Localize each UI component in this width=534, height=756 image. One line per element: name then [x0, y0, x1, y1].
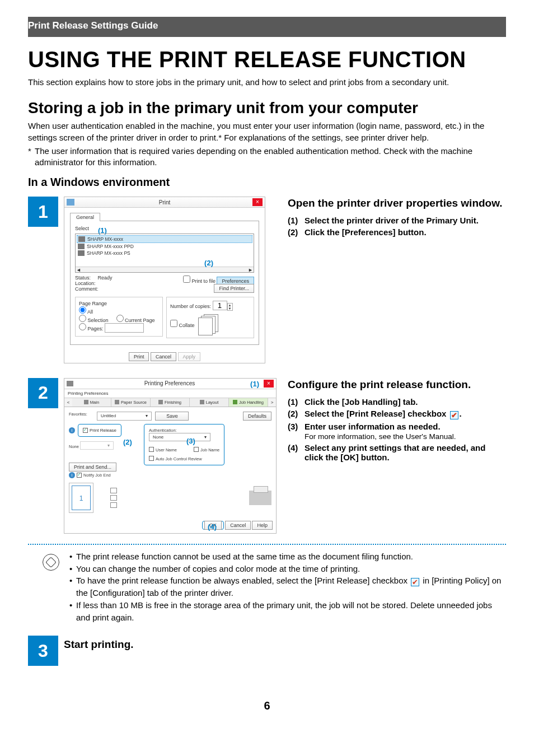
- tab-finishing[interactable]: Finishing: [151, 398, 190, 407]
- preferences-dialog: Printing Preferences × Printing Preferen…: [64, 378, 277, 534]
- tab-main[interactable]: Main: [72, 398, 111, 407]
- home-icon: [84, 400, 88, 404]
- print-dialog: Print × General Select (1) SHARP MX-xxxx…: [64, 197, 265, 363]
- notify-checkbox[interactable]: [77, 473, 82, 478]
- page-number: 6: [28, 699, 506, 712]
- find-printer-button[interactable]: Find Printer...: [214, 284, 254, 293]
- printer-item[interactable]: SHARP MX-xxxx PS: [77, 250, 252, 256]
- job-handling-icon: [233, 400, 237, 404]
- step-2-badge: 2: [28, 378, 58, 408]
- step-1-badge: 1: [28, 197, 58, 227]
- pencil-icon: [45, 557, 57, 568]
- printer-list[interactable]: SHARP MX-xxxx SHARP MX-xxxx PPD SHARP MX…: [75, 234, 254, 273]
- printer-icon: [78, 244, 85, 249]
- copies-group: Number of copies: ▲▼ Collate: [166, 297, 254, 338]
- chevron-down-icon: ▾: [204, 435, 207, 440]
- pref-block: Print to file Preferences Find Printer..…: [183, 276, 254, 291]
- step-2-item-2: (2) Select the [Print Release] checkbox …: [288, 409, 506, 419]
- page-preview: 1: [69, 483, 93, 513]
- step-2-item-1: (1) Click the [Job Handling] tab.: [288, 397, 506, 407]
- close-icon[interactable]: ×: [264, 380, 274, 388]
- tab-paper-source[interactable]: Paper Source: [111, 398, 151, 407]
- print-button[interactable]: Print: [129, 352, 149, 361]
- left-col: i Print Release None ▾ Print and Send...: [69, 424, 121, 478]
- pref-top-label: Printing Preferences: [64, 389, 276, 398]
- right-col: Authentication: None▾ User Name Job Name…: [144, 424, 224, 465]
- printer-item-selected[interactable]: SHARP MX-xxxx: [77, 235, 252, 243]
- step-1-row: 1 Print × General Select (1): [28, 197, 506, 363]
- mini-icon[interactable]: [110, 502, 117, 508]
- callout-1: (1): [250, 380, 259, 388]
- subsection-h3: In a Windows environment: [28, 176, 506, 189]
- collate-checkbox[interactable]: [170, 320, 177, 327]
- step-3-row: 3 Start printing.: [28, 636, 506, 666]
- print-release-group: Print Release: [78, 424, 121, 437]
- printer-graphic: [249, 491, 271, 505]
- info-icon: i: [69, 472, 75, 478]
- printer-icon: [67, 199, 74, 206]
- none-row: None ▾: [69, 441, 121, 450]
- chevron-down-icon: ▾: [107, 443, 110, 448]
- print-dialog-body: General Select (1) SHARP MX-xxxx SHARP M…: [64, 208, 265, 351]
- help-button[interactable]: Help: [252, 521, 273, 530]
- step-2-title: Configure the print release function.: [288, 378, 506, 391]
- mini-icon[interactable]: [110, 495, 117, 501]
- print-release-checkbox[interactable]: [83, 428, 88, 433]
- print-and-send-row: Print and Send...: [69, 464, 121, 470]
- tab-layout[interactable]: Layout: [190, 398, 229, 407]
- apply-button[interactable]: Apply: [178, 352, 201, 361]
- print-to-file-checkbox[interactable]: [183, 276, 190, 283]
- cancel-button[interactable]: Cancel: [151, 352, 176, 361]
- layout-icon: [200, 400, 204, 404]
- header-bar: Print Release Settings Guide: [28, 17, 506, 37]
- auto-review-checkbox[interactable]: [149, 456, 154, 461]
- tab-nav-right[interactable]: >: [268, 398, 276, 407]
- h-scrollbar[interactable]: ◄►: [76, 267, 254, 272]
- auth-group: Authentication: None▾ User Name Job Name…: [144, 424, 224, 465]
- printer-item[interactable]: SHARP MX-xxxx PPD: [77, 243, 252, 250]
- save-button[interactable]: Save: [155, 412, 189, 421]
- pref-body: Favorites: Untitled▾ Save Defaults i Pri…: [64, 407, 276, 517]
- info-icon: i: [69, 427, 75, 433]
- intro-text: This section explains how to store jobs …: [28, 77, 506, 88]
- printer-icon: [78, 250, 85, 256]
- current-page-radio[interactable]: [116, 315, 124, 322]
- copies-spinner[interactable]: ▲▼: [227, 303, 233, 311]
- pref-mid-row: i Print Release None ▾ Print and Send...: [69, 424, 271, 478]
- print-dialog-titlebar: Print ×: [64, 197, 265, 208]
- mini-icons: [110, 488, 117, 508]
- status-pref-row: Status: Ready Location: Comment: Print t…: [75, 275, 254, 292]
- defaults-button[interactable]: Defaults: [243, 412, 271, 421]
- checkbox-icon: ✔: [411, 578, 419, 586]
- job-name-checkbox[interactable]: [194, 447, 199, 452]
- none-select[interactable]: ▾: [80, 441, 114, 450]
- page-range-group: Page Range All Selection Current Page Pa…: [75, 297, 163, 337]
- notify-row: iNotify Job End: [69, 472, 121, 478]
- pages-radio[interactable]: [79, 323, 86, 330]
- tab-general[interactable]: General: [70, 213, 100, 221]
- tab-nav-left[interactable]: <: [64, 398, 72, 407]
- all-radio[interactable]: [79, 306, 86, 314]
- select-printer-label: Select (1): [75, 226, 254, 231]
- print-and-send-button[interactable]: Print and Send...: [69, 463, 116, 472]
- notes-text: •The print release function cannot be us…: [69, 550, 506, 624]
- user-name-checkbox[interactable]: [149, 447, 154, 452]
- step-2-instructions: Configure the print release function. (1…: [288, 378, 506, 464]
- copies-input[interactable]: [213, 301, 227, 310]
- status-block: Status: Ready Location: Comment:: [75, 275, 113, 292]
- pref-tabs: < Main Paper Source Finishing Layout Job…: [64, 398, 276, 407]
- step-2-row: 2 Printing Preferences × Printing Prefer…: [28, 378, 506, 534]
- auth-select[interactable]: None▾: [149, 433, 210, 441]
- mini-icon[interactable]: [110, 488, 117, 493]
- tab-job-handling[interactable]: Job Handling: [229, 398, 268, 407]
- checkbox-icon: ✔: [450, 411, 458, 419]
- footnote-star: *: [28, 146, 35, 169]
- selection-radio[interactable]: [79, 315, 86, 322]
- close-icon[interactable]: ×: [252, 198, 263, 206]
- tray-icon: [115, 400, 119, 404]
- cancel-button[interactable]: Cancel: [225, 521, 251, 530]
- favorites-select[interactable]: Untitled▾: [97, 412, 152, 421]
- pages-input[interactable]: [105, 323, 144, 333]
- dotted-divider: [28, 544, 506, 545]
- preview-row: 1: [69, 483, 271, 513]
